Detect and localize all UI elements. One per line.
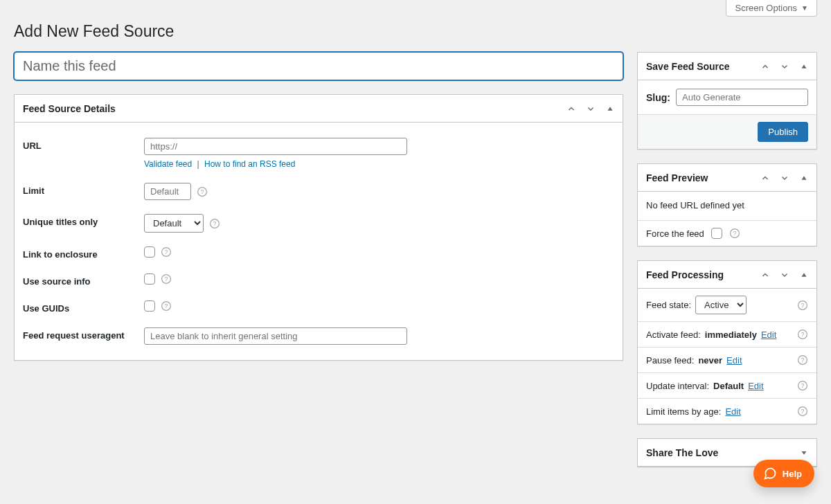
pause-label: Pause feed: bbox=[646, 355, 694, 366]
pause-edit-link[interactable]: Edit bbox=[726, 355, 742, 366]
svg-marker-12 bbox=[802, 176, 807, 180]
help-icon[interactable]: ? bbox=[161, 300, 172, 312]
svg-text:?: ? bbox=[165, 249, 168, 255]
triangle-up-icon[interactable] bbox=[794, 265, 814, 285]
slug-label: Slug: bbox=[646, 92, 670, 103]
chevron-down-icon[interactable] bbox=[775, 265, 794, 285]
svg-marker-0 bbox=[608, 107, 613, 111]
triangle-up-icon[interactable] bbox=[794, 57, 814, 76]
url-label: URL bbox=[23, 138, 144, 151]
help-icon[interactable]: ? bbox=[797, 380, 808, 391]
activate-value: immediately bbox=[705, 330, 757, 340]
help-icon[interactable]: ? bbox=[197, 186, 208, 197]
feed-state-select[interactable]: Active bbox=[695, 296, 747, 314]
svg-text:?: ? bbox=[801, 357, 805, 363]
chevron-down-icon[interactable] bbox=[775, 57, 794, 76]
details-heading: Feed Source Details bbox=[23, 103, 116, 114]
useragent-input[interactable] bbox=[144, 327, 407, 345]
chevron-up-icon[interactable] bbox=[756, 265, 775, 285]
separator: | bbox=[197, 159, 199, 169]
activate-edit-link[interactable]: Edit bbox=[761, 330, 776, 340]
screen-options-tab[interactable]: Screen Options ▼ bbox=[726, 0, 817, 17]
help-icon[interactable]: ? bbox=[209, 218, 220, 229]
use-source-label: Use source info bbox=[23, 273, 144, 287]
preview-message: No feed URL defined yet bbox=[638, 192, 816, 220]
useragent-label: Feed request useragent bbox=[23, 327, 144, 341]
processing-heading: Feed Processing bbox=[646, 269, 724, 280]
save-heading: Save Feed Source bbox=[646, 61, 730, 72]
interval-label: Update interval: bbox=[646, 381, 709, 391]
svg-text:?: ? bbox=[801, 331, 805, 338]
screen-options-label: Screen Options bbox=[735, 3, 797, 13]
link-enclosure-checkbox[interactable] bbox=[144, 246, 155, 258]
force-feed-label: Force the feed bbox=[646, 228, 704, 239]
svg-marker-11 bbox=[802, 64, 807, 69]
howto-rss-link[interactable]: How to find an RSS feed bbox=[204, 159, 295, 169]
help-icon[interactable]: ? bbox=[729, 228, 740, 239]
url-input[interactable] bbox=[144, 138, 407, 155]
interval-value: Default bbox=[713, 381, 744, 391]
unique-titles-label: Unique titles only bbox=[23, 214, 144, 227]
force-feed-checkbox[interactable] bbox=[711, 228, 722, 239]
limit-label: Limit bbox=[23, 183, 144, 196]
feed-title-input[interactable] bbox=[14, 52, 623, 80]
preview-heading: Feed Preview bbox=[646, 172, 708, 183]
svg-marker-15 bbox=[802, 273, 807, 277]
pause-value: never bbox=[698, 355, 722, 366]
validate-feed-link[interactable]: Validate feed bbox=[144, 159, 192, 169]
svg-text:?: ? bbox=[165, 303, 168, 309]
svg-text:?: ? bbox=[201, 188, 204, 195]
use-guids-label: Use GUIDs bbox=[23, 300, 144, 314]
share-heading: Share The Love bbox=[646, 447, 718, 458]
svg-marker-26 bbox=[802, 451, 807, 454]
use-source-checkbox[interactable] bbox=[144, 273, 155, 285]
feed-state-label: Feed state: bbox=[646, 300, 691, 310]
svg-text:?: ? bbox=[801, 382, 805, 389]
activate-label: Activate feed: bbox=[646, 330, 701, 340]
help-bubble-icon bbox=[763, 467, 777, 480]
publish-button[interactable]: Publish bbox=[758, 122, 808, 142]
help-icon[interactable]: ? bbox=[797, 329, 808, 340]
interval-edit-link[interactable]: Edit bbox=[748, 381, 763, 391]
help-icon[interactable]: ? bbox=[797, 300, 808, 311]
chevron-down-icon[interactable] bbox=[581, 99, 600, 118]
triangle-down-icon: ▼ bbox=[801, 4, 808, 12]
help-icon[interactable]: ? bbox=[797, 354, 808, 366]
help-button-label: Help bbox=[783, 469, 802, 479]
svg-text:?: ? bbox=[801, 302, 805, 309]
svg-text:?: ? bbox=[165, 276, 168, 282]
age-label: Limit items by age: bbox=[646, 406, 721, 417]
triangle-up-icon[interactable] bbox=[794, 168, 814, 188]
slug-input[interactable] bbox=[676, 89, 808, 106]
chevron-down-icon[interactable] bbox=[775, 168, 794, 188]
age-edit-link[interactable]: Edit bbox=[725, 406, 740, 417]
link-enclosure-label: Link to enclosure bbox=[23, 246, 144, 260]
help-icon[interactable]: ? bbox=[797, 406, 808, 417]
unique-titles-select[interactable]: Default bbox=[144, 214, 204, 233]
svg-text:?: ? bbox=[801, 408, 805, 415]
page-title: Add New Feed Source bbox=[14, 22, 817, 41]
chevron-up-icon[interactable] bbox=[756, 57, 775, 76]
limit-input[interactable] bbox=[144, 183, 191, 200]
help-floating-button[interactable]: Help bbox=[753, 460, 814, 487]
help-icon[interactable]: ? bbox=[161, 273, 172, 285]
use-guids-checkbox[interactable] bbox=[144, 300, 155, 312]
triangle-up-icon[interactable] bbox=[600, 99, 620, 118]
help-icon[interactable]: ? bbox=[161, 246, 172, 258]
chevron-up-icon[interactable] bbox=[756, 168, 775, 188]
svg-text:?: ? bbox=[733, 230, 736, 237]
chevron-up-icon[interactable] bbox=[562, 99, 581, 118]
svg-text:?: ? bbox=[213, 220, 217, 227]
